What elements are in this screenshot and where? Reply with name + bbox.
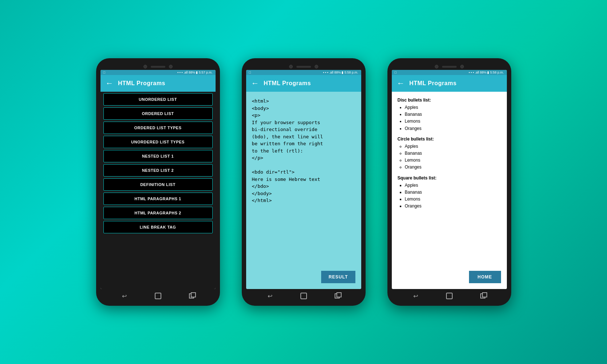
menu-item-html-paragraphs-2[interactable]: HTML PARAGRAPHS 2 bbox=[103, 207, 213, 219]
camera-2 bbox=[289, 65, 293, 68]
camera-1b bbox=[169, 65, 173, 68]
nav-recents-2[interactable] bbox=[333, 292, 341, 300]
status-bar-2: □ ▪ ▪ ▪ .all 88% ▮ 5:58 p.m. bbox=[246, 70, 361, 75]
home-icon-2 bbox=[300, 293, 307, 299]
menu-item-unordered-list-types[interactable]: UNORDERED LIST TYPES bbox=[103, 136, 213, 148]
phone-2-content: <html> <body> <p> If your browser suppor… bbox=[246, 92, 361, 289]
circle-list: Apples Bananas Lemons Oranges bbox=[398, 143, 501, 171]
back-icon-3: ↩ bbox=[413, 293, 418, 300]
back-arrow-2[interactable]: ← bbox=[251, 79, 260, 88]
status-left-2: □ bbox=[249, 71, 251, 74]
disc-list-title: Disc bullets list: bbox=[398, 98, 501, 103]
speaker-3 bbox=[442, 66, 457, 68]
phone-1-screen: □ ▪ ▪ ▪ .all 88% ▮ 5:57 p.m. ← HTML Prog… bbox=[100, 70, 216, 289]
phone-3-top bbox=[392, 63, 507, 70]
phone-3-screen: □ ▪ ▪ ▪ .all 88% ▮ 5:58 p.m. ← HTML Prog… bbox=[392, 70, 507, 289]
square-list-section: Square bullets list: Apples Bananas Lemo… bbox=[398, 175, 501, 210]
list-item: Oranges bbox=[405, 125, 501, 132]
phone-3-bottom: ↩ bbox=[392, 289, 507, 301]
list-item: Oranges bbox=[405, 164, 501, 171]
list-item: Lemons bbox=[405, 196, 501, 203]
square-list: Apples Bananas Lemons Oranges bbox=[398, 182, 501, 210]
app-header-1: ← HTML Programs bbox=[100, 75, 216, 92]
camera-3b bbox=[460, 65, 464, 68]
status-right-3: ▪ ▪ ▪ .all 88% ▮ 5:58 p.m. bbox=[469, 71, 504, 74]
disc-list-section: Disc bullets list: Apples Bananas Lemons… bbox=[398, 98, 501, 132]
app-title-1: HTML Programs bbox=[118, 80, 165, 87]
phone-3: □ ▪ ▪ ▪ .all 88% ▮ 5:58 p.m. ← HTML Prog… bbox=[387, 58, 511, 306]
code-text: <html> <body> <p> If your browser suppor… bbox=[252, 98, 355, 204]
back-arrow-3[interactable]: ← bbox=[397, 79, 405, 88]
list-item: Apples bbox=[405, 104, 501, 111]
recents-icon-2 bbox=[335, 293, 340, 298]
code-display: <html> <body> <p> If your browser suppor… bbox=[246, 92, 361, 289]
recents-icon-3 bbox=[480, 293, 485, 298]
phone-1: □ ▪ ▪ ▪ .all 88% ▮ 5:57 p.m. ← HTML Prog… bbox=[96, 58, 220, 306]
phone-3-content: Disc bullets list: Apples Bananas Lemons… bbox=[392, 92, 507, 289]
status-right-2: ▪ ▪ ▪ .all 88% ▮ 5:58 p.m. bbox=[323, 71, 358, 74]
nav-home-1[interactable] bbox=[154, 292, 162, 300]
menu-item-nested-list-1[interactable]: NESTED LIST 1 bbox=[103, 150, 213, 162]
result-display: Disc bullets list: Apples Bananas Lemons… bbox=[392, 92, 507, 289]
phone-1-top bbox=[100, 63, 216, 70]
menu-item-ordered-list-types[interactable]: ORDERED LIST TYPES bbox=[103, 122, 213, 134]
circle-list-section: Circle bullets list: Apples Bananas Lemo… bbox=[398, 136, 501, 171]
status-bar-1: □ ▪ ▪ ▪ .all 88% ▮ 5:57 p.m. bbox=[100, 70, 216, 75]
camera-2b bbox=[315, 65, 318, 68]
status-bar-3: □ ▪ ▪ ▪ .all 88% ▮ 5:58 p.m. bbox=[392, 70, 507, 75]
menu-item-html-paragraphs-1[interactable]: HTML PARAGRAPHS 1 bbox=[103, 193, 213, 205]
home-icon-3 bbox=[446, 293, 453, 299]
phone-2-bottom: ↩ bbox=[246, 289, 361, 301]
list-item: Bananas bbox=[405, 111, 501, 118]
phone-2: □ ▪ ▪ ▪ .all 88% ▮ 5:58 p.m. ← HTML Prog… bbox=[242, 58, 366, 306]
list-item: Apples bbox=[405, 182, 501, 189]
speaker-1 bbox=[151, 66, 165, 68]
menu-item-nested-list-2[interactable]: NESTED LIST 2 bbox=[103, 164, 213, 177]
menu-item-line-break-tag[interactable]: LINE BREAK TAG bbox=[103, 221, 213, 233]
status-left-3: □ bbox=[395, 71, 397, 74]
list-item: Lemons bbox=[405, 118, 501, 125]
status-right-1: ▪ ▪ ▪ .all 88% ▮ 5:57 p.m. bbox=[177, 71, 213, 74]
list-item: Bananas bbox=[405, 189, 501, 196]
phone-2-top bbox=[246, 63, 361, 70]
status-left-1: □ bbox=[103, 71, 105, 74]
phone-1-bottom: ↩ bbox=[100, 289, 216, 301]
back-arrow-1[interactable]: ← bbox=[106, 79, 114, 88]
app-header-3: ← HTML Programs bbox=[392, 75, 507, 92]
phone-2-screen: □ ▪ ▪ ▪ .all 88% ▮ 5:58 p.m. ← HTML Prog… bbox=[246, 70, 361, 289]
menu-item-definition-list[interactable]: DEFINITION LIST bbox=[103, 178, 213, 191]
back-icon-2: ↩ bbox=[268, 293, 272, 300]
nav-home-2[interactable] bbox=[300, 292, 308, 300]
menu-item-ordered-list[interactable]: ORDERED LIST bbox=[103, 107, 213, 120]
result-button[interactable]: RESULT bbox=[321, 271, 355, 283]
nav-back-3[interactable]: ↩ bbox=[412, 292, 420, 300]
nav-recents-3[interactable] bbox=[479, 292, 487, 300]
nav-back-1[interactable]: ↩ bbox=[121, 292, 129, 300]
camera-1 bbox=[143, 65, 147, 68]
list-item: Apples bbox=[405, 143, 501, 150]
app-header-2: ← HTML Programs bbox=[246, 75, 361, 92]
disc-list: Apples Bananas Lemons Oranges bbox=[398, 104, 501, 132]
list-item: Lemons bbox=[405, 157, 501, 164]
app-title-2: HTML Programs bbox=[264, 80, 311, 87]
nav-back-2[interactable]: ↩ bbox=[266, 292, 274, 300]
square-list-title: Square bullets list: bbox=[398, 175, 501, 181]
list-item: Oranges bbox=[405, 203, 501, 210]
home-button[interactable]: HOME bbox=[469, 271, 501, 283]
back-icon-1: ↩ bbox=[122, 293, 127, 300]
app-title-3: HTML Programs bbox=[409, 80, 457, 87]
menu-list-1: UNORDERED LIST ORDERED LIST ORDERED LIST… bbox=[100, 92, 216, 289]
recents-icon-1 bbox=[189, 293, 194, 298]
list-item: Bananas bbox=[405, 150, 501, 157]
camera-3 bbox=[435, 65, 438, 68]
menu-item-unordered-list[interactable]: UNORDERED LIST bbox=[103, 93, 213, 106]
nav-home-3[interactable] bbox=[445, 292, 453, 300]
nav-recents-1[interactable] bbox=[188, 292, 196, 300]
home-icon-1 bbox=[155, 293, 161, 299]
speaker-2 bbox=[296, 66, 311, 68]
circle-list-title: Circle bullets list: bbox=[398, 136, 501, 142]
